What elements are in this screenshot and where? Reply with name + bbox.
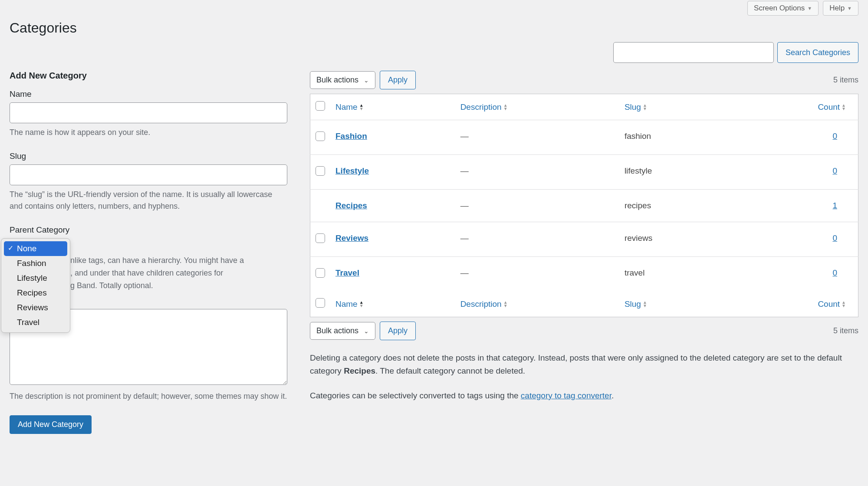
sort-icon: ▲▼	[359, 104, 364, 111]
category-to-tag-link[interactable]: category to tag converter	[521, 391, 612, 400]
row-count-link[interactable]: 1	[832, 201, 837, 210]
row-description: —	[460, 201, 469, 210]
select-all-checkbox-bottom[interactable]	[316, 298, 325, 308]
parent-option-fashion[interactable]: Fashion	[4, 256, 67, 271]
chevron-down-icon: ⌄	[364, 77, 369, 84]
row-checkbox[interactable]	[316, 131, 325, 141]
name-help: The name is how it appears on your site.	[10, 127, 287, 138]
parent-option-reviews[interactable]: Reviews	[4, 300, 67, 315]
row-description: —	[460, 131, 469, 141]
sort-icon: ▲▼	[842, 104, 846, 111]
col-count-footer[interactable]: Count▲▼	[818, 299, 846, 309]
name-label: Name	[10, 89, 287, 99]
row-slug: recipes	[625, 201, 651, 210]
row-name-link[interactable]: Travel	[335, 268, 359, 277]
row-checkbox[interactable]	[316, 166, 325, 176]
col-description-header[interactable]: Description▲▼	[460, 102, 508, 112]
row-description: —	[460, 268, 469, 277]
col-count-header[interactable]: Count▲▼	[818, 102, 846, 112]
table-row: Lifestyle—lifestyle0	[310, 155, 858, 190]
sort-icon: ▲▼	[842, 301, 846, 308]
add-new-category-button[interactable]: Add New Category	[10, 415, 92, 434]
row-count-link[interactable]: 0	[832, 166, 837, 175]
sort-icon: ▲▼	[503, 301, 508, 308]
parent-option-travel[interactable]: Travel	[4, 315, 67, 330]
col-slug-footer[interactable]: Slug▲▼	[625, 299, 647, 309]
bulk-actions-label: Bulk actions	[316, 76, 358, 85]
sort-icon: ▲▼	[359, 301, 364, 308]
parent-label: Parent Category	[10, 225, 287, 235]
apply-button-bottom[interactable]: Apply	[380, 322, 416, 340]
row-checkbox[interactable]	[316, 268, 325, 278]
row-slug: travel	[625, 268, 644, 277]
description-help: The description is not prominent by defa…	[10, 391, 287, 402]
table-row: Reviews—reviews0	[310, 222, 858, 257]
row-name-link[interactable]: Lifestyle	[335, 166, 369, 175]
parent-option-lifestyle[interactable]: Lifestyle	[4, 271, 67, 286]
bulk-actions-label: Bulk actions	[316, 326, 358, 335]
caret-down-icon: ▼	[847, 6, 852, 11]
slug-label: Slug	[10, 151, 287, 161]
row-name-link[interactable]: Fashion	[335, 131, 367, 141]
table-row: Travel—travel0	[310, 257, 858, 292]
parent-dropdown: None Fashion Lifestyle Recipes Reviews T…	[1, 238, 70, 333]
help-label: Help	[829, 4, 845, 13]
row-count-link[interactable]: 0	[832, 268, 837, 277]
bulk-actions-select-bottom[interactable]: Bulk actions ⌄	[310, 322, 375, 340]
col-description-footer[interactable]: Description▲▼	[460, 299, 508, 309]
search-categories-button[interactable]: Search Categories	[777, 42, 858, 63]
table-row: Recipes—recipes1	[310, 190, 858, 222]
delete-note: Deleting a category does not delete the …	[310, 351, 858, 378]
items-count-top: 5 items	[833, 76, 858, 85]
chevron-down-icon: ⌄	[364, 328, 369, 335]
row-slug: fashion	[625, 131, 651, 141]
row-slug: lifestyle	[625, 166, 652, 175]
categories-table: Name▲▼ Description▲▼ Slug▲▼ Count▲▼ Fash…	[310, 94, 858, 317]
row-checkbox[interactable]	[316, 233, 325, 243]
row-count-link[interactable]: 0	[832, 233, 837, 243]
row-name-link[interactable]: Reviews	[335, 233, 368, 243]
table-row: Fashion—fashion0	[310, 120, 858, 155]
sort-icon: ▲▼	[643, 104, 647, 111]
items-count-bottom: 5 items	[833, 326, 858, 335]
search-input[interactable]	[613, 42, 774, 63]
slug-input[interactable]	[10, 164, 287, 185]
sort-icon: ▲▼	[643, 301, 647, 308]
col-name-footer[interactable]: Name▲▼	[335, 299, 364, 309]
col-slug-header[interactable]: Slug▲▼	[625, 102, 647, 112]
row-count-link[interactable]: 0	[832, 131, 837, 141]
col-name-header[interactable]: Name▲▼	[335, 102, 364, 112]
select-all-checkbox-top[interactable]	[316, 101, 325, 111]
caret-down-icon: ▼	[807, 6, 812, 11]
add-new-heading: Add New Category	[10, 71, 287, 81]
parent-option-none[interactable]: None	[4, 241, 67, 256]
row-name-link[interactable]: Recipes	[335, 201, 367, 210]
row-description: —	[460, 233, 469, 243]
row-slug: reviews	[625, 233, 652, 243]
name-input[interactable]	[10, 102, 287, 123]
convert-note: Categories can be selectively converted …	[310, 389, 858, 402]
slug-help: The “slug” is the URL-friendly version o…	[10, 189, 287, 212]
page-title: Categories	[10, 20, 858, 36]
screen-options-label: Screen Options	[754, 4, 805, 13]
apply-button-top[interactable]: Apply	[380, 71, 416, 89]
screen-options-button[interactable]: Screen Options ▼	[747, 1, 819, 16]
parent-option-recipes[interactable]: Recipes	[4, 286, 67, 300]
help-button[interactable]: Help ▼	[823, 1, 858, 16]
sort-icon: ▲▼	[503, 104, 508, 111]
row-description: —	[460, 166, 469, 175]
bulk-actions-select-top[interactable]: Bulk actions ⌄	[310, 71, 375, 89]
